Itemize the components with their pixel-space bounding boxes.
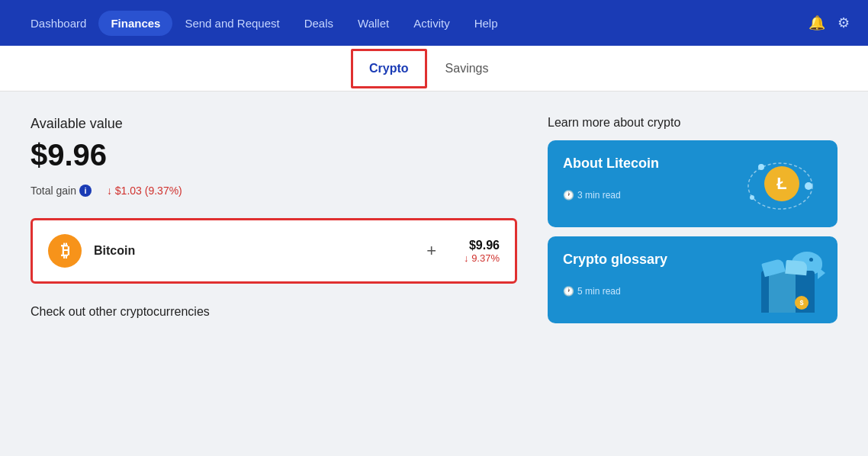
main-content: Available value $9.96 Total gain i ↓ $1.… <box>0 92 868 456</box>
nav-item-wallet[interactable]: Wallet <box>346 11 401 36</box>
litecoin-card-title: About Litecoin <box>563 156 659 172</box>
litecoin-card[interactable]: About Litecoin 🕐 3 min read Ł <box>548 140 837 227</box>
nav-item-deals[interactable]: Deals <box>292 11 346 36</box>
book-pages <box>763 261 807 275</box>
book-coin: $ <box>795 296 809 310</box>
glossary-read-time: 🕐 5 min read <box>563 286 667 297</box>
notification-icon[interactable]: 🔔 <box>809 14 825 31</box>
svg-point-1 <box>805 182 812 190</box>
total-gain-row: Total gain i ↓ $1.03 (9.37%) <box>31 185 517 197</box>
nav-item-activity[interactable]: Activity <box>401 11 462 36</box>
litecoin-card-content: About Litecoin 🕐 3 min read <box>563 156 659 201</box>
book-page-2 <box>785 260 807 275</box>
book-shape: $ <box>761 271 815 313</box>
nav-item-finances[interactable]: Finances <box>98 11 172 36</box>
total-gain-info-icon[interactable]: i <box>79 185 92 197</box>
learn-title: Learn more about crypto <box>548 116 837 130</box>
glossary-card-title: Crypto glossary <box>563 252 667 268</box>
bitcoin-values: $9.96 ↓ 9.37% <box>464 239 500 264</box>
bitcoin-card[interactable]: ₿ Bitcoin + $9.96 ↓ 9.37% <box>31 218 517 284</box>
check-other-label: Check out other cryptocurrencies <box>31 305 517 319</box>
total-gain-value: ↓ $1.03 (9.37%) <box>107 185 182 197</box>
glossary-card[interactable]: Crypto glossary 🕐 5 min read $ <box>548 236 837 323</box>
nav-item-dashboard[interactable]: Dashboard <box>18 11 98 36</box>
available-value: $9.96 <box>31 138 517 172</box>
whale-tail <box>818 267 825 279</box>
tab-bar: Crypto Savings <box>0 46 868 92</box>
litecoin-coin: Ł <box>764 166 799 201</box>
navigation: Dashboard Finances Send and Request Deal… <box>0 0 868 46</box>
settings-icon[interactable]: ⚙ <box>837 14 850 31</box>
right-panel: Learn more about crypto About Litecoin 🕐… <box>548 116 837 456</box>
bitcoin-usd-value: $9.96 <box>464 239 500 252</box>
bitcoin-name: Bitcoin <box>94 244 399 258</box>
litecoin-illustration: Ł <box>746 156 822 217</box>
book-left-page <box>769 271 796 313</box>
book-page-1 <box>761 259 786 278</box>
available-label: Available value <box>31 116 517 132</box>
total-gain-label: Total gain i <box>31 185 92 197</box>
glossary-illustration: $ <box>754 252 822 313</box>
tab-crypto[interactable]: Crypto <box>351 49 427 88</box>
litecoin-read-time: 🕐 3 min read <box>563 190 659 201</box>
whale-eye <box>809 258 813 262</box>
clock-icon-2: 🕐 <box>563 286 574 297</box>
nav-item-send-request[interactable]: Send and Request <box>172 11 291 36</box>
add-crypto-button[interactable]: + <box>411 241 452 261</box>
svg-point-2 <box>758 164 764 170</box>
bitcoin-icon: ₿ <box>48 234 82 268</box>
clock-icon: 🕐 <box>563 190 574 201</box>
bitcoin-pct-change: ↓ 9.37% <box>464 252 500 264</box>
tab-savings[interactable]: Savings <box>427 48 507 89</box>
svg-point-3 <box>750 195 754 200</box>
glossary-card-content: Crypto glossary 🕐 5 min read <box>563 252 667 297</box>
left-panel: Available value $9.96 Total gain i ↓ $1.… <box>31 116 517 456</box>
nav-item-help[interactable]: Help <box>462 11 510 36</box>
